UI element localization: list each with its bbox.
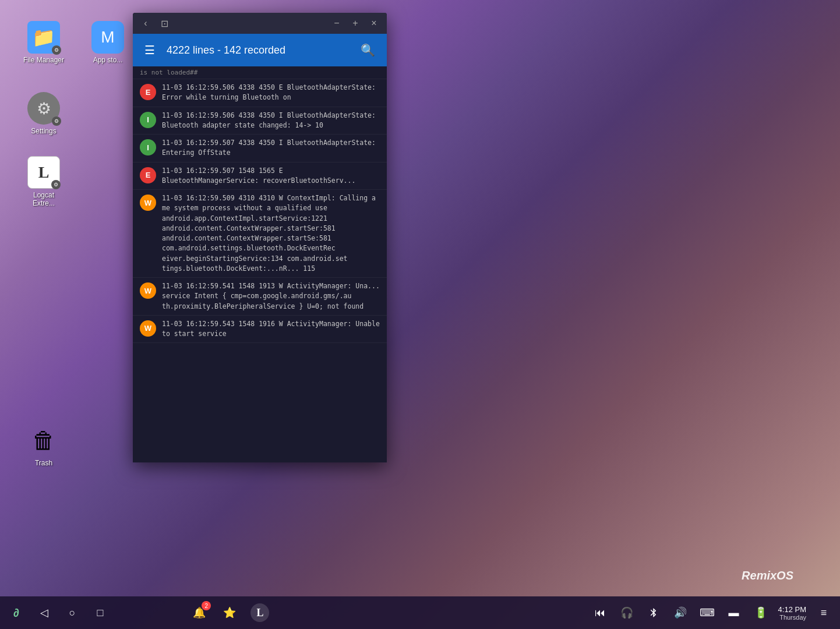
window-titlebar: ‹ ⊡ − + × xyxy=(133,13,387,34)
desktop-icon-file-manager[interactable]: 📁 ⚙ File Manager xyxy=(17,16,70,69)
minimize-button[interactable]: − xyxy=(329,15,345,31)
logcat-label: Logcat Extre... xyxy=(22,191,65,207)
search-button[interactable]: 🔍 xyxy=(358,41,377,59)
file-manager-icon: 📁 ⚙ xyxy=(27,21,60,54)
taskbar-home-button[interactable]: ○ xyxy=(63,603,82,622)
taskbar-left: ∂ ◁ ○ □ xyxy=(7,603,110,622)
desktop-icon-trash[interactable]: 🗑 Trash xyxy=(17,419,70,472)
log-partial-top: is not loaded## xyxy=(133,66,387,79)
logcat-icon: L ⚙ xyxy=(27,156,60,189)
settings-label: Settings xyxy=(31,127,56,135)
trash-label: Trash xyxy=(35,459,52,467)
log-content: is not loaded## E 11-03 16:12:59.506 433… xyxy=(133,66,387,462)
app-window: ‹ ⊡ − + × ☰ 4222 lines - 142 recorded 🔍 … xyxy=(133,13,387,462)
log-level-badge: E xyxy=(140,84,156,100)
desktop-icon-app-store[interactable]: M App sto... xyxy=(82,16,134,69)
taskbar-notifications-icon[interactable]: 🔔 2 xyxy=(190,603,209,622)
taskbar-remix-icon[interactable]: ∂ xyxy=(7,603,26,622)
file-manager-label: File Manager xyxy=(23,56,64,64)
log-entry: I 11-03 16:12:59.507 4338 4350 I Bluetoo… xyxy=(133,135,387,162)
app-store-icon: M xyxy=(91,21,124,54)
log-level-badge: I xyxy=(140,139,156,156)
log-entry: W 11-03 16:12:59.541 1548 1913 W Activit… xyxy=(133,278,387,316)
app-title: 4222 lines - 142 recorded xyxy=(167,44,349,56)
desktop: 📁 ⚙ File Manager M App sto... ⚙ ⚙ Settin… xyxy=(0,0,840,629)
hamburger-button[interactable]: ☰ xyxy=(142,41,157,59)
taskbar-logcat-icon[interactable]: L xyxy=(250,603,269,622)
nav-back-button[interactable]: ‹ xyxy=(137,15,154,31)
log-entry-text: 11-03 16:12:59.507 4338 4350 I Bluetooth… xyxy=(162,138,380,158)
settings-icon: ⚙ ⚙ xyxy=(27,92,60,125)
taskbar-right: ⏮ 🎧 🔊 ⌨ ▬ 🔋 4:12 PM Thursday ≡ xyxy=(591,603,833,622)
log-level-badge: W xyxy=(140,320,156,337)
taskbar-store-icon[interactable]: ⭐ xyxy=(220,603,239,622)
taskbar-bluetooth-icon[interactable] xyxy=(644,603,663,622)
remix-os-logo: RemixOS xyxy=(742,569,793,582)
notification-badge: 2 xyxy=(202,601,211,610)
log-level-badge: W xyxy=(140,195,156,211)
app-header: ☰ 4222 lines - 142 recorded 🔍 xyxy=(133,34,387,66)
taskbar-time: 4:12 PM Thursday xyxy=(778,605,806,621)
taskbar-window-icon[interactable]: ▬ xyxy=(725,603,743,622)
log-entry: I 11-03 16:12:59.506 4338 4350 I Bluetoo… xyxy=(133,107,387,135)
taskbar-keyboard-icon[interactable]: ⌨ xyxy=(698,603,717,622)
log-level-badge: W xyxy=(140,282,156,299)
taskbar-recent-button[interactable]: □ xyxy=(91,603,110,622)
log-entry: W 11-03 16:12:59.543 1548 1916 W Activit… xyxy=(133,316,387,344)
taskbar-media-back-icon[interactable]: ⏮ xyxy=(591,603,609,622)
log-level-badge: E xyxy=(140,167,156,183)
log-entry-text: 11-03 16:12:59.506 4338 4350 I Bluetooth… xyxy=(162,111,380,131)
log-level-badge: I xyxy=(140,112,156,128)
app-store-label: App sto... xyxy=(93,56,123,64)
trash-icon: 🗑 xyxy=(27,424,60,457)
log-entry-text: 11-03 16:12:59.543 1548 1916 W ActivityM… xyxy=(162,319,380,340)
maximize-button[interactable]: + xyxy=(347,15,363,31)
log-entry: E 11-03 16:12:59.507 1548 1565 E Bluetoo… xyxy=(133,162,387,190)
log-entry: E 11-03 16:12:59.506 4338 4350 E Bluetoo… xyxy=(133,79,387,107)
taskbar: ∂ ◁ ○ □ 🔔 2 ⭐ L ⏮ 🎧 🔊 ⌨ xyxy=(0,596,840,629)
taskbar-menu-icon[interactable]: ≡ xyxy=(814,603,833,622)
taskbar-battery-icon[interactable]: 🔋 xyxy=(751,603,770,622)
taskbar-back-button[interactable]: ◁ xyxy=(35,603,54,622)
close-button[interactable]: × xyxy=(366,15,382,31)
log-entry: W 11-03 16:12:59.509 4310 4310 W Context… xyxy=(133,190,387,278)
desktop-icon-settings[interactable]: ⚙ ⚙ Settings xyxy=(17,87,70,140)
nav-refresh-button[interactable]: ⊡ xyxy=(156,15,172,31)
taskbar-headphone-icon[interactable]: 🎧 xyxy=(617,603,636,622)
taskbar-volume-icon[interactable]: 🔊 xyxy=(671,603,690,622)
log-entry-text: 11-03 16:12:59.509 4310 4310 W ContextIm… xyxy=(162,193,380,274)
desktop-icon-logcat[interactable]: L ⚙ Logcat Extre... xyxy=(17,151,70,212)
taskbar-center: 🔔 2 ⭐ L xyxy=(110,603,350,622)
log-entry-text: 11-03 16:12:59.507 1548 1565 E Bluetooth… xyxy=(162,166,380,186)
log-entry-text: 11-03 16:12:59.506 4338 4350 E Bluetooth… xyxy=(162,83,380,103)
log-entry-text: 11-03 16:12:59.541 1548 1913 W ActivityM… xyxy=(162,281,380,312)
clock-time: 4:12 PM xyxy=(778,605,806,614)
clock-date: Thursday xyxy=(778,614,806,621)
